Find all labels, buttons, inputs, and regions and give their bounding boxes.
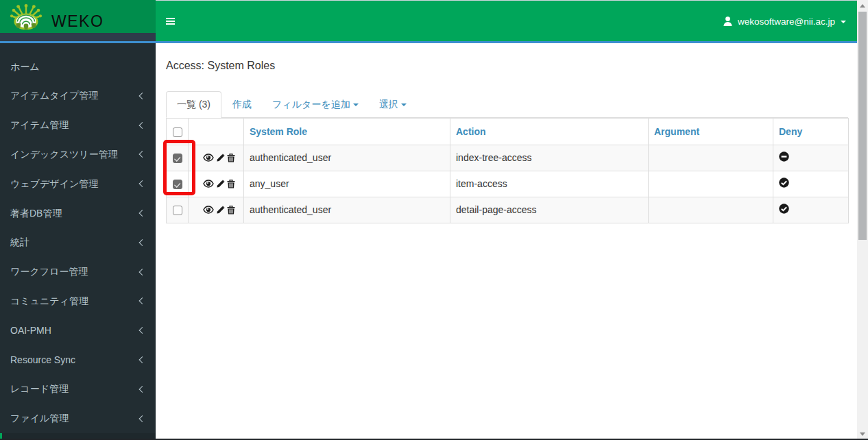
tab-create[interactable]: 作成 bbox=[223, 92, 261, 117]
brand-logo[interactable]: WEKO bbox=[0, 0, 156, 33]
cell-deny bbox=[773, 197, 849, 223]
sidebar-item-oaipmh[interactable]: OAI-PMH bbox=[0, 316, 156, 345]
sidebar-item-home[interactable]: ホーム bbox=[0, 52, 156, 82]
edit-button[interactable] bbox=[216, 180, 225, 188]
col-system-role[interactable]: System Role bbox=[244, 118, 450, 145]
cell-row-actions bbox=[189, 171, 244, 197]
delete-button[interactable] bbox=[227, 154, 235, 162]
chevron-left-icon bbox=[139, 180, 146, 187]
logo-sub-strip bbox=[0, 33, 156, 41]
cell-action: detail-page-access bbox=[450, 197, 649, 223]
main-content: Access: System Roles 一覧 (3) 作成 フィルターを追加 … bbox=[156, 43, 857, 440]
sidebar-item-authordb[interactable]: 著者DB管理 bbox=[0, 199, 156, 228]
cell-system-role: authenticated_user bbox=[244, 197, 450, 223]
chevron-left-icon bbox=[139, 122, 146, 129]
sidebar-toggle-button[interactable] bbox=[166, 18, 175, 26]
cell-system-role: any_user bbox=[244, 171, 450, 197]
chevron-left-icon bbox=[139, 269, 146, 276]
cell-row-actions bbox=[189, 197, 244, 223]
tab-add-filter[interactable]: フィルターを追加 bbox=[263, 92, 368, 117]
chevron-left-icon bbox=[139, 93, 146, 99]
arrow-down-icon bbox=[860, 432, 865, 436]
arrow-up-icon bbox=[860, 4, 865, 8]
eye-icon bbox=[203, 154, 214, 162]
row-actions bbox=[194, 206, 238, 215]
sidebar-item-community[interactable]: コミュニティ管理 bbox=[0, 286, 156, 316]
chevron-left-icon bbox=[139, 386, 146, 393]
cell-action: item-access bbox=[450, 171, 649, 197]
view-button[interactable] bbox=[203, 154, 214, 162]
tab-list[interactable]: 一覧 (3) bbox=[166, 91, 221, 118]
sidebar-item-resourcesync[interactable]: Resource Sync bbox=[0, 345, 156, 375]
chevron-left-icon bbox=[139, 151, 146, 158]
hamburger-bar bbox=[166, 21, 175, 22]
cell-deny bbox=[773, 171, 849, 197]
eye-icon bbox=[203, 206, 214, 214]
scrollbar-thumb[interactable] bbox=[858, 12, 867, 240]
view-button[interactable] bbox=[203, 206, 214, 214]
chevron-left-icon bbox=[139, 239, 146, 246]
chevron-left-icon bbox=[139, 297, 146, 304]
table-header-row: System Role Action Argument Deny bbox=[167, 118, 849, 145]
sidebar-menu: ホーム アイテムタイプ管理 アイテム管理 インデックスツリー管理 ウェブデザイン… bbox=[0, 43, 156, 440]
cell-argument bbox=[649, 145, 773, 171]
row-actions bbox=[194, 154, 238, 162]
col-action[interactable]: Action bbox=[450, 118, 649, 145]
delete-button[interactable] bbox=[227, 180, 235, 188]
trash-icon bbox=[227, 154, 235, 162]
check-circle-icon bbox=[779, 178, 789, 190]
sidebar: ホーム アイテムタイプ管理 アイテム管理 インデックスツリー管理 ウェブデザイン… bbox=[0, 43, 156, 440]
sidebar-item-itemtype[interactable]: アイテムタイプ管理 bbox=[0, 81, 156, 110]
cell-row-actions bbox=[189, 145, 244, 171]
tab-select[interactable]: 選択 bbox=[370, 92, 416, 117]
select-all-checkbox[interactable] bbox=[173, 127, 182, 137]
delete-button[interactable] bbox=[227, 206, 235, 215]
sidebar-item-records[interactable]: レコード管理 bbox=[0, 374, 156, 404]
sidebar-item-workflow[interactable]: ワークフロー管理 bbox=[0, 257, 156, 286]
top-navbar: wekosoftware@nii.ac.jp bbox=[156, 0, 857, 41]
sidebar-item-items[interactable]: アイテム管理 bbox=[0, 110, 156, 140]
cell-select bbox=[167, 197, 189, 223]
hamburger-icon bbox=[166, 18, 175, 19]
caret-down-icon bbox=[841, 21, 846, 23]
col-deny[interactable]: Deny bbox=[773, 118, 849, 145]
page-title: Access: System Roles bbox=[166, 59, 857, 73]
eye-icon bbox=[203, 180, 214, 188]
sidebar-item-webdesign[interactable]: ウェブデザイン管理 bbox=[0, 169, 156, 199]
view-button[interactable] bbox=[203, 180, 214, 188]
sidebar-item-statistics[interactable]: 統計 bbox=[0, 228, 156, 257]
cell-action: index-tree-access bbox=[450, 145, 649, 171]
header-cell-select bbox=[167, 118, 189, 145]
weko-admin-window: WEKO wekosoftware@nii.ac.jp ホーム アイテムタイプ管… bbox=[0, 0, 868, 440]
weko-crown-icon bbox=[10, 4, 43, 30]
caret-down-icon bbox=[401, 103, 407, 106]
cell-deny bbox=[773, 145, 849, 171]
system-roles-table: System Role Action Argument Deny bbox=[166, 118, 849, 223]
user-account-menu[interactable]: wekosoftware@nii.ac.jp bbox=[723, 1, 846, 42]
row-checkbox[interactable] bbox=[173, 206, 182, 215]
cell-select bbox=[167, 171, 189, 197]
sidebar-item-indextree[interactable]: インデックスツリー管理 bbox=[0, 140, 156, 169]
cell-argument bbox=[649, 197, 773, 223]
chevron-left-icon bbox=[139, 356, 146, 363]
scroll-up-button[interactable] bbox=[857, 0, 868, 12]
row-checkbox[interactable] bbox=[173, 154, 182, 163]
chevron-left-icon bbox=[139, 210, 146, 217]
chevron-left-icon bbox=[139, 415, 146, 422]
col-actions bbox=[189, 118, 244, 145]
user-email: wekosoftware@nii.ac.jp bbox=[738, 16, 835, 27]
row-actions bbox=[194, 180, 238, 188]
col-argument[interactable]: Argument bbox=[649, 118, 773, 145]
row-checkbox[interactable] bbox=[173, 180, 182, 189]
edit-button[interactable] bbox=[216, 206, 225, 215]
trash-icon bbox=[227, 206, 235, 215]
table-row: any_user item-access bbox=[167, 171, 849, 197]
edit-button[interactable] bbox=[216, 154, 225, 162]
cell-select bbox=[167, 145, 189, 171]
sidebar-item-files[interactable]: ファイル管理 bbox=[0, 404, 156, 433]
vertical-scrollbar[interactable] bbox=[857, 0, 868, 440]
trash-icon bbox=[227, 180, 235, 188]
pencil-icon bbox=[216, 154, 225, 162]
user-icon bbox=[723, 16, 732, 26]
chevron-left-icon bbox=[139, 327, 146, 334]
